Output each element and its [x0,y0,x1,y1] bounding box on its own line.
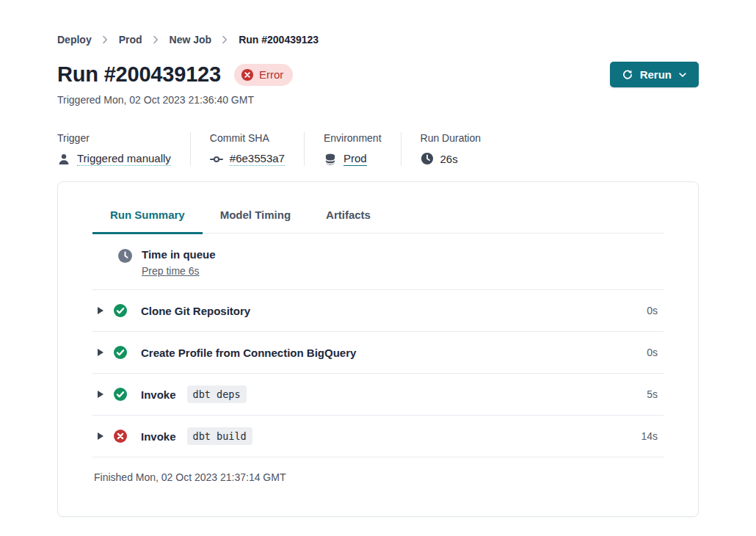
tab-bar: Run Summary Model Timing Artifacts [92,204,664,233]
error-circle-icon [113,429,128,443]
rerun-button[interactable]: Rerun [610,62,699,87]
meta-commit-label: Commit SHA [210,132,285,144]
finished-timestamp: Finished Mon, 02 Oct 2023 21:37:14 GMT [92,471,664,483]
step-name: Create Profile from Connection BigQuery [141,347,356,359]
chevron-down-icon [678,70,687,79]
status-badge-label: Error [259,68,283,81]
run-duration-value: 26s [440,153,458,165]
database-icon [324,153,337,166]
meta-duration-label: Run Duration [421,132,481,144]
step-duration: 0s [647,347,658,358]
expand-caret-icon[interactable] [98,349,103,356]
meta-commit-sha: Commit SHA #6e3553a7 [210,132,305,166]
step-row-dbt-deps: Invoke dbt deps 5s [92,374,664,416]
expand-caret-icon[interactable] [98,391,103,398]
step-row-dbt-build: Invoke dbt build 14s [92,416,664,457]
chevron-right-icon [102,35,109,44]
triggered-timestamp: Triggered Mon, 02 Oct 2023 21:36:40 GMT [57,94,699,106]
rerun-button-label: Rerun [640,68,672,81]
page-title: Run #200439123 [57,62,221,87]
git-commit-icon [210,153,223,166]
trigger-value[interactable]: Triggered manually [77,152,171,166]
person-icon [57,153,70,166]
success-check-icon [113,387,128,402]
breadcrumb-prod[interactable]: Prod [119,34,142,46]
environment-link[interactable]: Prod [344,152,367,166]
expand-caret-icon[interactable] [98,307,103,314]
clock-icon [421,152,434,165]
success-check-icon [113,345,128,360]
tab-artifacts[interactable]: Artifacts [308,204,388,234]
chevron-right-icon [222,35,228,44]
tab-model-timing[interactable]: Model Timing [203,204,308,234]
queue-clock-icon [117,248,133,264]
commit-sha-value[interactable]: #6e3553a7 [230,152,285,166]
step-name: Invoke [141,430,176,443]
step-duration: 5s [647,388,658,400]
rerun-refresh-icon [622,69,633,81]
run-meta-row: Trigger Triggered manually Commit SHA #6… [57,132,699,166]
meta-trigger-label: Trigger [57,132,171,144]
tab-run-summary[interactable]: Run Summary [92,204,203,234]
meta-environment-label: Environment [324,132,382,144]
step-name: Invoke [141,388,176,401]
step-duration: 14s [641,430,658,442]
success-check-icon [113,303,128,318]
prep-time-link[interactable]: Prep time 6s [142,265,200,277]
step-duration: 0s [647,305,658,316]
command-chip: dbt deps [187,385,247,403]
run-summary-card: Run Summary Model Timing Artifacts Time … [57,181,699,517]
step-row-create-profile: Create Profile from Connection BigQuery … [92,332,664,374]
meta-trigger: Trigger Triggered manually [57,132,191,166]
header-row: Run #200439123 Error Rerun [57,62,699,87]
step-name: Clone Git Repository [141,305,250,317]
meta-run-duration: Run Duration 26s [421,132,501,166]
step-row-clone-git: Clone Git Repository 0s [92,290,664,332]
command-chip: dbt build [187,427,252,445]
breadcrumb-current-run: Run #200439123 [239,34,319,46]
breadcrumb: Deploy Prod New Job Run #200439123 [57,0,699,46]
error-circle-icon [241,68,254,82]
expand-caret-icon[interactable] [98,432,103,440]
status-badge: Error [234,64,293,86]
time-in-queue-row: Time in queue Prep time 6s [92,233,664,290]
chevron-right-icon [153,35,159,44]
run-detail-page: Deploy Prod New Job Run #200439123 Run #… [0,0,756,536]
meta-environment: Environment Prod [324,132,401,166]
queue-title: Time in queue [142,248,216,261]
breadcrumb-new-job[interactable]: New Job [170,34,212,46]
breadcrumb-deploy[interactable]: Deploy [57,34,92,46]
